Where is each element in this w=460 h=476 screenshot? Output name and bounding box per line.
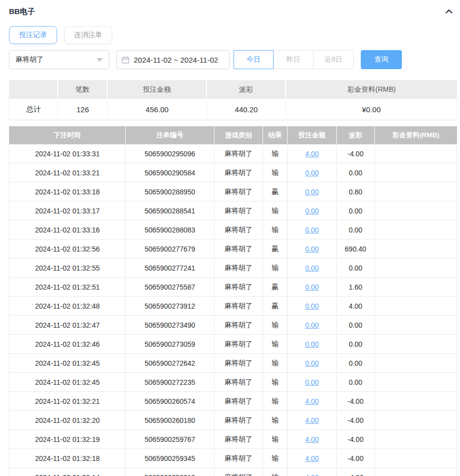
game-type-cell: 麻将胡了 (214, 468, 263, 476)
game-type-cell: 麻将胡了 (214, 297, 263, 316)
payout-cell: 0.80 (337, 182, 375, 201)
summary-total-payout: 440.20 (207, 99, 286, 120)
bonus-cell (375, 240, 457, 259)
bet-amount-link[interactable]: 4.00 (305, 416, 319, 424)
bet-amount-cell: 0.00 (288, 201, 337, 220)
bet-time-cell: 2024-11-02 01:32:20 (9, 411, 126, 430)
table-row: 2024-11-02 01:32:145065900258912麻将胡了输4.0… (9, 468, 457, 476)
bet-amount-link[interactable]: 0.00 (305, 378, 319, 386)
order-number-cell: 5065900273912 (126, 297, 214, 316)
chevron-up-icon[interactable] (444, 7, 454, 17)
bet-time-cell: 2024-11-02 01:32:46 (9, 335, 126, 354)
order-number-cell: 5065900290584 (126, 163, 214, 182)
summary-table: 笔数 投注金额 派彩 彩金资料(RMB) 总计 126 456.00 440.2… (9, 80, 457, 120)
quick-yesterday-button[interactable]: 昨日 (274, 50, 314, 69)
bet-amount-link[interactable]: 0.00 (305, 207, 319, 215)
summary-header-count: 笔数 (58, 80, 108, 99)
summary-header-row: 笔数 投注金额 派彩 彩金资料(RMB) (9, 80, 457, 99)
bet-amount-link[interactable]: 0.00 (305, 283, 319, 291)
quick-today-button[interactable]: 今日 (234, 50, 274, 69)
bet-amount-cell: 0.00 (288, 182, 337, 201)
records-header-order-number: 注单编号 (126, 126, 214, 144)
bet-time-cell: 2024-11-02 01:32:55 (9, 259, 126, 278)
result-cell: 输 (263, 468, 288, 476)
bet-amount-link[interactable]: 0.00 (305, 188, 319, 196)
game-select[interactable]: 麻将胡了 (9, 50, 109, 69)
bet-amount-link[interactable]: 4.00 (305, 454, 319, 462)
bet-amount-cell: 0.00 (288, 278, 337, 297)
bet-time-cell: 2024-11-02 01:32:14 (9, 468, 126, 476)
result-cell: 赢 (263, 278, 288, 297)
bet-amount-link[interactable]: 4.00 (305, 150, 319, 158)
records-tbody: 2024-11-02 01:33:315065900295096麻将胡了输4.0… (9, 144, 457, 476)
tab-bet-records[interactable]: 投注记录 (9, 26, 57, 44)
bet-amount-link[interactable]: 0.00 (305, 169, 319, 177)
table-row: 2024-11-02 01:33:215065900290584麻将胡了输0.0… (9, 163, 457, 182)
game-type-cell: 麻将胡了 (214, 259, 263, 278)
quick-8days-button[interactable]: 近8日 (314, 50, 354, 69)
bet-amount-cell: 0.00 (288, 220, 337, 240)
payout-cell: -4.00 (337, 468, 375, 476)
table-row: 2024-11-02 01:32:185065900259345麻将胡了输4.0… (9, 449, 457, 468)
bet-amount-link[interactable]: 4.00 (305, 397, 319, 405)
payout-cell: 0.00 (337, 316, 375, 335)
bonus-cell (375, 373, 457, 392)
bet-amount-cell: 0.00 (288, 354, 337, 373)
bet-amount-link[interactable]: 0.00 (305, 245, 319, 253)
bet-amount-cell: 4.00 (288, 144, 337, 163)
bet-amount-link[interactable]: 0.00 (305, 226, 319, 234)
table-row: 2024-11-02 01:33:185065900288950麻将胡了赢0.0… (9, 182, 457, 201)
summary-total-row: 总计 126 456.00 440.20 ¥0.00 (9, 99, 457, 120)
table-row: 2024-11-02 01:32:465065900273059麻将胡了输0.0… (9, 335, 457, 354)
table-row: 2024-11-02 01:32:475065900273490麻将胡了输0.0… (9, 316, 457, 335)
order-number-cell: 5065900272235 (126, 373, 214, 392)
game-type-cell: 麻将胡了 (214, 201, 263, 220)
bet-amount-link[interactable]: 0.00 (305, 321, 319, 329)
order-number-cell: 5065900273059 (126, 335, 214, 354)
quick-date-group: 今日 昨日 近8日 (234, 50, 354, 69)
bet-amount-cell: 0.00 (288, 297, 337, 316)
bet-amount-link[interactable]: 0.00 (305, 264, 319, 272)
result-cell: 输 (263, 354, 288, 373)
bet-amount-link[interactable]: 0.00 (305, 340, 319, 348)
bet-amount-cell: 4.00 (288, 430, 337, 449)
bet-time-cell: 2024-11-02 01:32:48 (9, 297, 126, 316)
bet-amount-link[interactable]: 4.00 (305, 435, 319, 443)
result-cell: 输 (263, 449, 288, 468)
game-type-cell: 麻将胡了 (214, 335, 263, 354)
order-number-cell: 5065900288950 (126, 182, 214, 201)
query-button[interactable]: 查询 (361, 50, 402, 69)
records-table: 下注时间 注单编号 游戏类别 结果 投注金额 派彩 彩金资料(RMB) 2024… (9, 126, 457, 476)
tab-cancelled-orders[interactable]: 连消注单 (64, 26, 112, 44)
game-type-cell: 麻将胡了 (214, 240, 263, 259)
order-number-cell: 5065900295096 (126, 144, 214, 163)
table-row: 2024-11-02 01:32:455065900272235麻将胡了输0.0… (9, 373, 457, 392)
bet-amount-link[interactable]: 0.00 (305, 359, 319, 367)
date-range-input[interactable]: 2024-11-02 ~ 2024-11-02 (116, 50, 229, 69)
result-cell: 赢 (263, 182, 288, 201)
bonus-cell (375, 430, 457, 449)
panel-header: BB电子 (9, 6, 457, 17)
summary-header-bet-amount: 投注金额 (108, 80, 207, 99)
summary-total-count: 126 (58, 99, 108, 120)
bonus-cell (375, 449, 457, 468)
result-cell: 输 (263, 259, 288, 278)
bet-amount-cell: 4.00 (288, 468, 337, 476)
bet-amount-cell: 0.00 (288, 240, 337, 259)
tab-bar: 投注记录 连消注单 (9, 26, 457, 44)
payout-cell: 4.00 (337, 297, 375, 316)
table-row: 2024-11-02 01:33:315065900295096麻将胡了输4.0… (9, 144, 457, 163)
payout-cell: -4.00 (337, 411, 375, 430)
summary-header-empty (9, 80, 58, 99)
bonus-cell (375, 468, 457, 476)
game-type-cell: 麻将胡了 (214, 430, 263, 449)
bet-time-cell: 2024-11-02 01:32:19 (9, 430, 126, 449)
game-type-cell: 麻将胡了 (214, 392, 263, 411)
game-type-cell: 麻将胡了 (214, 316, 263, 335)
result-cell: 赢 (263, 297, 288, 316)
game-type-cell: 麻将胡了 (214, 354, 263, 373)
bet-amount-link[interactable]: 4.00 (305, 473, 319, 476)
order-number-cell: 5065900259345 (126, 449, 214, 468)
bet-amount-cell: 0.00 (288, 373, 337, 392)
bet-amount-link[interactable]: 0.00 (305, 302, 319, 310)
